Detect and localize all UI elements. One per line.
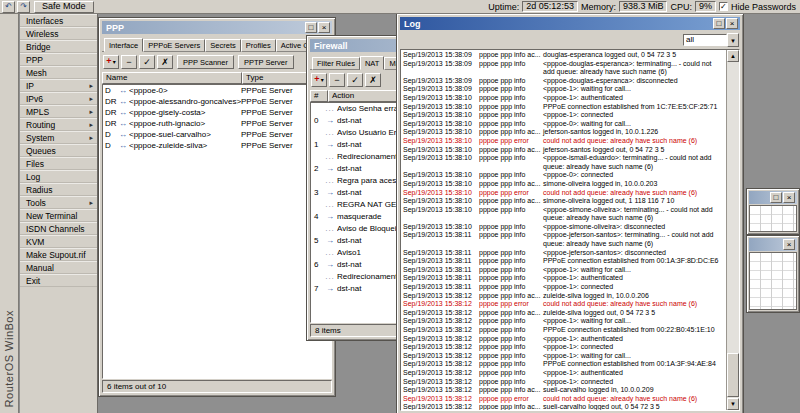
sidebar-item[interactable]: MPLS ▸ [20, 105, 97, 118]
log-row[interactable]: Sep/19/2013 15:38:10 pppoe ppp info <ppp… [401, 223, 726, 232]
log-row[interactable]: Sep/19/2013 15:38:12 pppoe ppp error cou… [401, 300, 726, 309]
table-row[interactable]: D ↔ <pppoe-0> PPPoE Server [103, 85, 331, 96]
remove-button[interactable]: − [121, 55, 137, 69]
sidebar-item[interactable]: IP ▸ [20, 79, 97, 92]
hide-passwords-checkbox[interactable]: ✓ [719, 2, 728, 11]
ppp-scanner-button[interactable]: PPP Scanner [177, 55, 234, 69]
log-scrollbar[interactable]: ▲ ▼ [726, 50, 739, 410]
redo-button[interactable]: ↷ [17, 1, 30, 13]
log-row[interactable]: Sep/19/2013 15:38:09 pppoe ppp info <ppp… [401, 85, 726, 94]
log-row[interactable]: Sep/19/2013 15:38:11 pppoe ppp info <ppp… [401, 274, 726, 283]
restore-button[interactable]: □ [770, 192, 782, 203]
table-row[interactable]: D ↔ <pppoe-suel-carvalho> PPPoE Server [103, 129, 331, 140]
log-row[interactable]: Sep/19/2013 15:38:12 pppoe ppp info <ppp… [401, 352, 726, 361]
restore-button[interactable]: □ [305, 22, 317, 33]
undo-button[interactable]: ↶ [2, 1, 15, 13]
log-row[interactable]: Sep/19/2013 15:38:10 pppoe ppp info ac..… [401, 197, 726, 206]
sidebar-item[interactable]: Radius [20, 183, 97, 196]
sidebar-item[interactable]: Files [20, 157, 97, 170]
log-filter-select[interactable]: all ▾ [683, 33, 739, 47]
log-row[interactable]: Sep/19/2013 15:38:12 pppoe ppp info PPPo… [401, 326, 726, 335]
log-row[interactable]: Sep/19/2013 15:38:09 pppoe ppp info <ppp… [401, 77, 726, 86]
log-row[interactable]: Sep/19/2013 15:38:11 pppoe ppp info <ppp… [401, 283, 726, 292]
log-row[interactable]: Sep/19/2013 15:38:10 pppoe ppp info <ppp… [401, 111, 726, 120]
sidebar-item[interactable]: ISDN Channels [20, 222, 97, 235]
ppp-titlebar[interactable]: PPP □ × [102, 21, 332, 34]
table-row[interactable]: D ↔ <pppoe-zuleide-silva> PPPoE Server [103, 140, 331, 151]
background-window-2-titlebar[interactable]: × [749, 238, 797, 251]
sidebar-item[interactable]: Routing ▸ [20, 118, 97, 131]
log-row[interactable]: Sep/19/2013 15:38:12 pppoe ppp info PPPo… [401, 360, 726, 369]
remove-button[interactable]: − [329, 73, 345, 87]
log-row[interactable]: Sep/19/2013 15:38:11 pppoe ppp info PPPo… [401, 257, 726, 266]
sidebar-item[interactable]: PPP [20, 53, 97, 66]
background-window-1-titlebar[interactable]: □ × [749, 191, 797, 204]
safe-mode-button[interactable]: Safe Mode [34, 1, 94, 13]
dropdown-button[interactable]: ▾ [727, 33, 739, 47]
pptp-server-button[interactable]: PPTP Server [238, 55, 294, 69]
log-row[interactable]: Sep/19/2013 15:38:09 pppoe ppp info <ppp… [401, 60, 726, 77]
log-row[interactable]: Sep/19/2013 15:38:10 pppoe ppp info PPPo… [401, 103, 726, 112]
sidebar-item[interactable]: Queues [20, 144, 97, 157]
close-button[interactable]: × [783, 192, 795, 203]
sidebar-item[interactable]: System ▸ [20, 131, 97, 144]
log-row[interactable]: Sep/19/2013 15:38:12 pppoe ppp error cou… [401, 395, 726, 404]
log-row[interactable]: Sep/19/2013 15:38:10 pppoe ppp info <ppp… [401, 154, 726, 171]
scroll-up-button[interactable]: ▲ [727, 50, 739, 62]
disable-button[interactable]: ✗ [365, 73, 381, 87]
log-row[interactable]: Sep/19/2013 15:38:12 pppoe ppp info ac..… [401, 386, 726, 395]
add-button[interactable]: +▾ [311, 73, 327, 87]
add-button[interactable]: +▾ [103, 55, 119, 69]
log-row[interactable]: Sep/19/2013 15:38:10 pppoe ppp info ac..… [401, 180, 726, 189]
table-row[interactable]: DR ↔ <pppoe-ruth-ignacio> PPPoE Server [103, 118, 331, 129]
sidebar-item[interactable]: Interfaces [20, 14, 97, 27]
log-row[interactable]: Sep/19/2013 15:38:12 pppoe ppp info ac..… [401, 403, 726, 410]
log-row[interactable]: Sep/19/2013 15:38:12 pppoe ppp info ac..… [401, 309, 726, 318]
log-row[interactable]: Sep/19/2013 15:38:10 pppoe ppp error cou… [401, 189, 726, 198]
log-row[interactable]: Sep/19/2013 15:38:12 pppoe ppp info <ppp… [401, 317, 726, 326]
log-row[interactable]: Sep/19/2013 15:38:12 pppoe ppp info <ppp… [401, 369, 726, 378]
log-row[interactable]: Sep/19/2013 15:38:12 pppoe ppp info <ppp… [401, 378, 726, 387]
log-row[interactable]: Sep/19/2013 15:38:12 pppoe ppp info <ppp… [401, 343, 726, 352]
ppp-tab[interactable]: Secrets [205, 39, 240, 52]
sidebar-item[interactable]: Log [20, 170, 97, 183]
close-button[interactable]: × [726, 18, 738, 29]
log-row[interactable]: Sep/19/2013 15:38:10 pppoe ppp info <ppp… [401, 171, 726, 180]
table-row[interactable]: DR ↔ <pppoe-alessandro-goncalves> PPPoE … [103, 96, 331, 107]
log-row[interactable]: Sep/19/2013 15:38:11 pppoe ppp info <ppp… [401, 266, 726, 275]
sidebar-item[interactable]: Make Supout.rif [20, 248, 97, 261]
log-titlebar[interactable]: Log □ × [400, 17, 740, 30]
sidebar-item[interactable]: KVM [20, 235, 97, 248]
close-button[interactable]: × [783, 239, 795, 250]
scroll-down-button[interactable]: ▼ [727, 398, 739, 410]
close-button[interactable]: × [318, 22, 330, 33]
scrollbar-thumb[interactable] [727, 353, 739, 397]
sidebar-item[interactable]: Wireless [20, 27, 97, 40]
ppp-tab[interactable]: PPPoE Servers [143, 39, 205, 52]
log-row[interactable]: Sep/19/2013 15:38:10 pppoe ppp error cou… [401, 137, 726, 146]
log-row[interactable]: Sep/19/2013 15:38:10 pppoe ppp info <ppp… [401, 94, 726, 103]
enable-button[interactable]: ✓ [347, 73, 363, 87]
log-row[interactable]: Sep/19/2013 15:38:11 pppoe ppp info <ppp… [401, 231, 726, 248]
sidebar-item[interactable]: Exit [20, 274, 97, 287]
disable-button[interactable]: ✗ [157, 55, 173, 69]
log-row[interactable]: Sep/19/2013 15:38:12 pppoe ppp info ac..… [401, 292, 726, 301]
firewall-tab[interactable]: Filter Rules [312, 57, 360, 70]
firewall-tab[interactable]: NAT [360, 56, 384, 70]
log-row[interactable]: Sep/19/2013 15:38:10 pppoe ppp info ac..… [401, 146, 726, 155]
sidebar-item[interactable]: Bridge [20, 40, 97, 53]
ppp-tab[interactable]: Interface [104, 38, 143, 52]
log-row[interactable]: Sep/19/2013 15:38:10 pppoe ppp info <ppp… [401, 206, 726, 223]
sidebar-item[interactable]: IPv6 ▸ [20, 92, 97, 105]
sidebar-item[interactable]: Mesh [20, 66, 97, 79]
sidebar-item[interactable]: Tools ▸ [20, 196, 97, 209]
enable-button[interactable]: ✓ [139, 55, 155, 69]
sidebar-item[interactable]: Manual [20, 261, 97, 274]
log-row[interactable]: Sep/19/2013 15:38:11 pppoe ppp info <ppp… [401, 249, 726, 258]
log-row[interactable]: Sep/19/2013 15:38:09 pppoe ppp info ac..… [401, 51, 726, 60]
sidebar-item[interactable]: New Terminal [20, 209, 97, 222]
log-row[interactable]: Sep/19/2013 15:38:10 pppoe ppp info <ppp… [401, 120, 726, 129]
restore-button[interactable]: □ [713, 18, 725, 29]
log-row[interactable]: Sep/19/2013 15:38:10 pppoe ppp info ac..… [401, 128, 726, 137]
table-row[interactable]: DR ↔ <pppoe-gisely-costa> PPPoE Server [103, 107, 331, 118]
